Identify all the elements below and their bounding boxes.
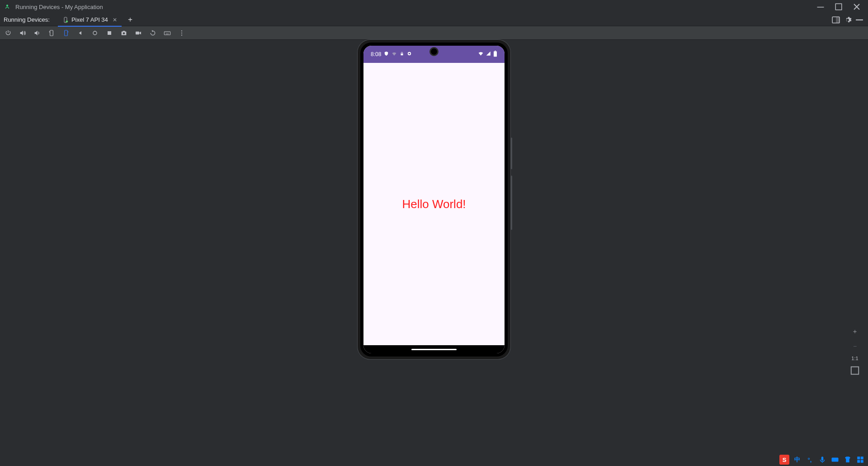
device-tab-pixel7[interactable]: Pixel 7 API 34 ✕ <box>58 14 122 26</box>
svg-point-16 <box>181 32 182 33</box>
emulator-toolbar <box>0 26 868 40</box>
running-devices-label: Running Devices: <box>4 16 50 23</box>
hello-world-text: Hello World! <box>402 197 466 211</box>
svg-rect-14 <box>164 31 170 34</box>
svg-rect-8 <box>50 30 53 36</box>
zoom-fit-button[interactable] <box>850 366 860 376</box>
svg-rect-28 <box>857 460 860 463</box>
device-screen[interactable]: 8:08 Hello World! <box>363 46 505 353</box>
zoom-ratio-label[interactable]: 1:1 <box>851 356 858 361</box>
svg-point-20 <box>409 53 410 55</box>
keyboard-icon[interactable] <box>163 29 172 38</box>
svg-rect-24 <box>821 456 824 461</box>
rotate-left-icon[interactable] <box>47 29 56 38</box>
record-icon[interactable] <box>134 29 143 38</box>
android-nav-bar[interactable] <box>363 345 505 353</box>
svg-rect-7 <box>856 19 863 20</box>
status-signal-icon <box>486 51 491 58</box>
svg-rect-29 <box>861 460 863 463</box>
volume-up-icon[interactable] <box>18 29 27 38</box>
ime-lang-button[interactable]: 中 <box>792 455 802 465</box>
ime-skin-icon[interactable] <box>843 455 853 465</box>
nav-pill <box>411 349 457 350</box>
device-frame: 8:08 Hello World! <box>358 40 510 359</box>
svg-rect-22 <box>495 51 496 51</box>
svg-rect-0 <box>817 7 824 8</box>
svg-rect-6 <box>836 17 840 23</box>
window-mode-icon[interactable] <box>832 16 840 24</box>
volume-down-icon[interactable] <box>33 29 42 38</box>
emulator-viewport: 8:08 Hello World! <box>0 40 868 466</box>
zoom-out-button[interactable]: − <box>850 341 860 351</box>
svg-rect-9 <box>65 30 68 36</box>
home-icon[interactable] <box>90 29 99 38</box>
svg-rect-21 <box>494 51 497 57</box>
status-shield-icon <box>384 51 389 57</box>
add-device-tab-button[interactable]: ＋ <box>125 15 135 25</box>
status-dot-icon <box>407 51 412 57</box>
android-studio-icon <box>4 3 11 10</box>
ime-tool-icon[interactable] <box>855 455 865 465</box>
ime-punct-icon[interactable]: °, <box>805 455 815 465</box>
back-icon[interactable] <box>76 29 85 38</box>
svg-point-17 <box>181 34 182 35</box>
svg-rect-26 <box>857 456 860 459</box>
zoom-controls: ＋ − 1:1 <box>850 327 860 376</box>
close-button[interactable] <box>853 3 861 11</box>
status-wifi-off-icon <box>392 51 397 58</box>
ime-sogou-icon[interactable]: S <box>779 455 789 465</box>
svg-rect-11 <box>108 31 111 35</box>
svg-point-15 <box>181 30 182 31</box>
svg-point-12 <box>123 32 125 34</box>
svg-rect-18 <box>401 53 403 55</box>
svg-rect-13 <box>136 31 139 34</box>
ime-keyboard-icon[interactable] <box>830 455 840 465</box>
side-button-1 <box>511 138 512 169</box>
status-wifi-icon <box>478 51 484 58</box>
svg-point-3 <box>65 21 66 22</box>
overview-icon[interactable] <box>105 29 114 38</box>
power-icon[interactable] <box>4 29 13 38</box>
zoom-in-button[interactable]: ＋ <box>850 327 860 337</box>
maximize-button[interactable] <box>835 3 843 11</box>
side-button-2 <box>511 176 512 230</box>
settings-icon[interactable] <box>844 16 852 24</box>
status-time: 8:08 <box>371 51 381 57</box>
status-lock-icon <box>400 51 404 57</box>
reset-icon[interactable] <box>148 29 157 38</box>
svg-rect-23 <box>851 367 859 375</box>
more-icon[interactable] <box>177 29 186 38</box>
device-tab-bar: Running Devices: Pixel 7 API 34 ✕ ＋ <box>0 14 868 26</box>
phone-icon <box>62 17 69 23</box>
hide-panel-icon[interactable] <box>855 16 863 24</box>
title-bar: Running Devices - My Application <box>0 0 868 14</box>
svg-point-10 <box>93 31 97 35</box>
ime-bar: S 中 °, <box>777 453 868 466</box>
app-content: Hello World! <box>363 63 505 345</box>
horizontal-scrollbar[interactable] <box>0 461 864 466</box>
svg-rect-25 <box>832 458 839 462</box>
screenshot-icon[interactable] <box>119 29 128 38</box>
camera-cutout <box>429 47 439 56</box>
minimize-button[interactable] <box>816 3 825 11</box>
rotate-right-icon[interactable] <box>61 29 71 38</box>
close-tab-icon[interactable]: ✕ <box>113 17 117 23</box>
svg-rect-1 <box>835 4 842 10</box>
svg-rect-27 <box>861 456 863 459</box>
status-battery-icon <box>493 51 497 58</box>
ime-mic-icon[interactable] <box>817 455 827 465</box>
window-title: Running Devices - My Application <box>15 4 103 10</box>
